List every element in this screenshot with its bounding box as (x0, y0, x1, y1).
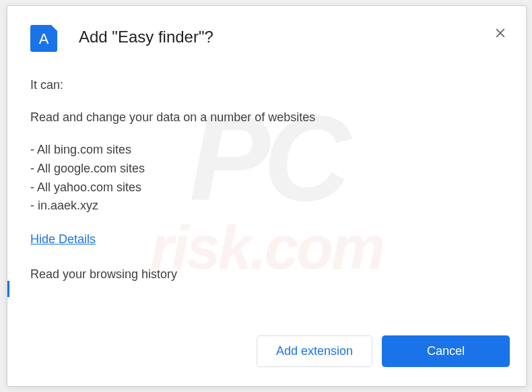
extension-install-dialog: PC risk.com A Add "Easy finder"? It can:… (7, 5, 527, 387)
permission-history: Read your browsing history (30, 265, 503, 284)
hide-details-link[interactable]: Hide Details (30, 230, 96, 249)
permission-site-item: - in.aaek.xyz (30, 197, 503, 216)
cancel-button[interactable]: Cancel (382, 335, 510, 367)
close-button[interactable] (491, 24, 510, 42)
permission-site-item: - All google.com sites (30, 160, 503, 178)
permission-read-change: Read and change your data on a number of… (30, 108, 503, 127)
add-extension-button[interactable]: Add extension (257, 335, 372, 367)
dialog-footer: Add extension Cancel (7, 335, 526, 386)
permission-site-item: - All yahoo.com sites (30, 178, 503, 197)
it-can-label: It can: (30, 76, 503, 95)
extension-icon-letter: A (39, 30, 49, 48)
dialog-content: A Add "Easy finder"? It can: Read and ch… (7, 6, 526, 386)
dialog-title: Add "Easy finder"? (79, 28, 213, 46)
permission-site-item: - All bing.com sites (30, 141, 503, 160)
dialog-body: It can: Read and change your data on a n… (7, 52, 526, 335)
dialog-header: A Add "Easy finder"? (7, 6, 526, 52)
extension-icon: A (30, 25, 57, 52)
close-icon (494, 26, 507, 40)
permission-site-list: - All bing.com sites - All google.com si… (30, 141, 503, 216)
